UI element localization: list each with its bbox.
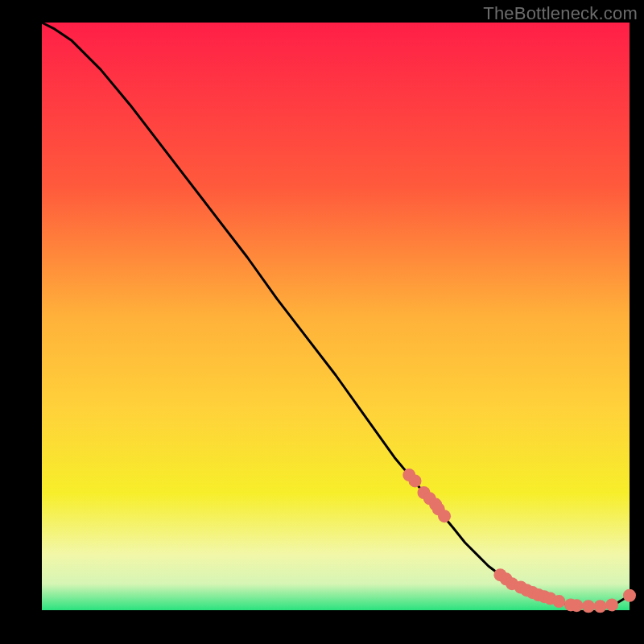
data-marker [582,600,595,613]
data-marker [438,510,451,522]
data-marker [594,600,607,613]
attribution-text: TheBottleneck.com [483,3,638,24]
data-marker [605,598,618,611]
plot-background [42,23,630,610]
data-marker [409,474,422,487]
data-marker [552,595,565,608]
data-marker [570,599,583,612]
chart-svg [0,0,644,644]
data-marker [623,589,636,602]
chart-container: TheBottleneck.com [0,0,644,644]
